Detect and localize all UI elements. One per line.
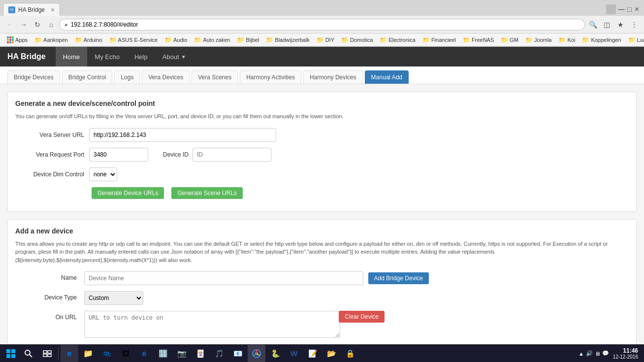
- on-url-control: Clear Device: [84, 311, 340, 339]
- tab-bridge-devices[interactable]: Bridge Devices: [7, 70, 60, 84]
- taskbar-security-icon[interactable]: 🔒: [341, 345, 359, 362]
- generate-card-body: Generate a new device/scene/control poin…: [8, 92, 636, 211]
- extensions-button[interactable]: ◫: [601, 19, 612, 31]
- taskbar-right: ▲ 🔊 🖥 💬 11:46 12-12-2016: [579, 347, 642, 360]
- window-controls: ─ □ ×: [618, 5, 641, 14]
- minimize-button[interactable]: ─: [618, 5, 624, 14]
- bookmark-financieel[interactable]: 📁Financieel: [419, 35, 459, 44]
- taskbar-store-icon[interactable]: 🛍: [98, 345, 116, 362]
- navbar-item-about[interactable]: About ▼: [155, 47, 193, 66]
- apps-label: Apps: [15, 37, 28, 43]
- taskbar-photos-icon[interactable]: 🖼: [117, 345, 134, 362]
- content-area: Generate a new device/scene/control poin…: [0, 84, 644, 362]
- vera-server-url-input[interactable]: [89, 128, 276, 142]
- search-button[interactable]: 🔍: [587, 19, 599, 31]
- device-type-label: Device Type: [15, 291, 84, 301]
- bookmark-diy[interactable]: 📁DIY: [314, 35, 337, 44]
- bookmark-electronica[interactable]: 📁Electronica: [377, 35, 418, 44]
- bookmark-freenas[interactable]: 📁FreeNAS: [460, 35, 497, 44]
- folder-icon: 📁: [501, 36, 508, 43]
- navbar-item-help[interactable]: Help: [127, 47, 155, 66]
- device-dim-select[interactable]: none: [89, 167, 117, 181]
- back-button[interactable]: ←: [4, 19, 16, 31]
- url-input[interactable]: [71, 21, 580, 28]
- photos-icon: 🖼: [122, 349, 129, 358]
- taskbar-calc-icon[interactable]: 🔢: [154, 345, 172, 362]
- bookmark-aankopen[interactable]: 📁Aankopen: [32, 35, 71, 44]
- apps-bookmark[interactable]: Apps: [4, 35, 31, 44]
- taskbar-explorer-icon[interactable]: 📁: [79, 345, 97, 362]
- device-type-select[interactable]: Custom: [84, 291, 143, 305]
- taskbar-camera-icon[interactable]: 📷: [173, 345, 191, 362]
- device-name-input[interactable]: [84, 271, 363, 285]
- notification-icon[interactable]: 💬: [602, 350, 609, 357]
- add-bridge-device-button[interactable]: Add Bridge Device: [368, 272, 429, 284]
- forward-button[interactable]: →: [18, 19, 30, 31]
- browser-minimize-button[interactable]: [606, 4, 616, 14]
- device-type-control: Custom: [84, 291, 340, 305]
- device-id-input[interactable]: [193, 148, 271, 162]
- generate-scene-urls-button[interactable]: Generate Scene URLs: [171, 187, 243, 199]
- word-icon: W: [290, 349, 297, 358]
- start-button[interactable]: [2, 345, 20, 362]
- search-taskbar-icon[interactable]: [20, 345, 37, 362]
- taskbar-cards-icon[interactable]: 🃏: [192, 345, 209, 362]
- navbar-item-home[interactable]: Home: [56, 47, 88, 66]
- bookmark-arduino[interactable]: 📁Arduino: [72, 35, 105, 44]
- bookmark-joomla[interactable]: 📁Joomla: [522, 35, 554, 44]
- taskbar-chrome-icon[interactable]: [248, 345, 265, 362]
- taskbar-sticky-icon[interactable]: 📝: [304, 345, 322, 362]
- vera-request-port-input[interactable]: [89, 148, 148, 162]
- taskbar-edge-icon[interactable]: e: [61, 345, 78, 362]
- apps-grid-icon: [7, 36, 14, 43]
- bookmark-bladwijzerbalk[interactable]: 📁Bladwijzerbalk: [263, 35, 312, 44]
- generate-device-urls-button[interactable]: Generate Device URLs: [92, 187, 164, 199]
- bookmark-bijbel[interactable]: 📁Bijbel: [234, 35, 262, 44]
- tab-harmony-devices[interactable]: Harmony Devices: [303, 70, 363, 84]
- folder-icon: 📁: [164, 36, 172, 43]
- bookmark-gm[interactable]: 📁GM: [498, 35, 521, 44]
- volume-icon[interactable]: 🔊: [586, 350, 593, 357]
- tab-logs[interactable]: Logs: [114, 70, 140, 84]
- media-icon: 🎵: [215, 349, 224, 358]
- bookmark-button[interactable]: ★: [614, 19, 626, 31]
- navbar-item-myecho[interactable]: My Echo: [87, 47, 127, 66]
- taskbar-python-icon[interactable]: 🐍: [266, 345, 284, 362]
- name-input-group: Add Bridge Device: [84, 271, 429, 285]
- bookmark-audio[interactable]: 📁Audio: [161, 35, 190, 44]
- tab-vera-scenes[interactable]: Vera Scenes: [192, 70, 238, 84]
- home-button[interactable]: ⌂: [45, 19, 57, 31]
- bookmark-koppelingen[interactable]: 📁Koppelingen: [579, 35, 624, 44]
- search-icon: [24, 349, 33, 358]
- folder-icon: 📁: [463, 36, 470, 43]
- on-url-textarea[interactable]: [84, 311, 340, 338]
- network-icon[interactable]: 🖥: [595, 351, 600, 357]
- browser-controls: ← → ↻ ⌂ ● 🔍 ◫ ★ ⋮: [0, 16, 644, 33]
- taskbar-mail-icon[interactable]: 📧: [229, 345, 247, 362]
- bookmark-domotica[interactable]: 📁Domotica: [338, 35, 376, 44]
- taskbar-files-icon[interactable]: 📂: [322, 345, 340, 362]
- menu-button[interactable]: ⋮: [628, 19, 640, 31]
- tab-vera-devices[interactable]: Vera Devices: [142, 70, 190, 84]
- close-button[interactable]: ×: [635, 5, 639, 13]
- folder-icon: 📁: [525, 36, 533, 43]
- refresh-button[interactable]: ↻: [32, 19, 43, 31]
- tab-bridge-control[interactable]: Bridge Control: [62, 70, 113, 84]
- browser-tab[interactable]: H HA Bridge ×: [3, 3, 60, 16]
- bookmark-lua[interactable]: 📁Lua: [625, 35, 644, 44]
- page-content: HA Bridge Home My Echo Help About ▼ Brid…: [0, 47, 644, 362]
- taskbar-ie-icon[interactable]: e: [135, 345, 153, 362]
- tab-harmony-activities[interactable]: Harmony Activities: [240, 70, 301, 84]
- generate-card-desc: You can generate on/off URLs by filling …: [15, 112, 629, 121]
- calc-icon: 🔢: [159, 349, 168, 358]
- taskbar-media-icon[interactable]: 🎵: [210, 345, 228, 362]
- bookmark-koi[interactable]: 📁Koi: [555, 35, 578, 44]
- task-view-taskbar-icon[interactable]: [38, 345, 56, 362]
- taskbar-word-icon[interactable]: W: [285, 345, 303, 362]
- clear-device-button[interactable]: Clear Device: [339, 311, 385, 323]
- bookmark-asus[interactable]: 📁ASUS E-Service: [106, 35, 161, 44]
- bookmark-autozaken[interactable]: 📁Auto zaken: [191, 35, 233, 44]
- tab-close-button[interactable]: ×: [51, 6, 55, 14]
- maximize-button[interactable]: □: [627, 6, 631, 13]
- tab-manual-add[interactable]: Manual Add: [365, 70, 409, 84]
